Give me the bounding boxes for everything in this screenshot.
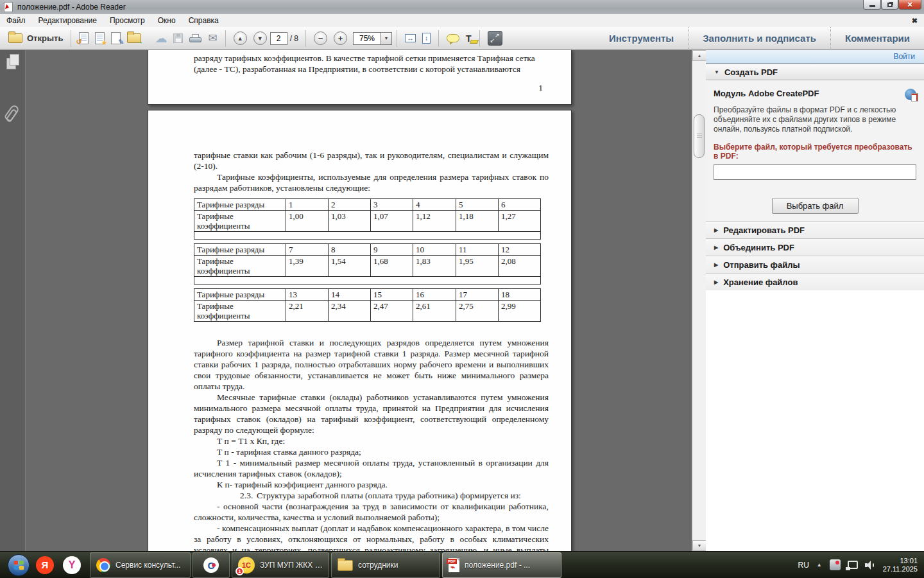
print-button[interactable] (186, 29, 205, 48)
empty-row (194, 277, 541, 285)
start-button[interactable] (8, 554, 30, 576)
cloud-upload-button[interactable]: ☁ (151, 29, 170, 48)
createpdf-globe-icon (905, 89, 916, 100)
clock[interactable]: 13:01 27.11.2025 (883, 557, 918, 574)
network-icon[interactable] (848, 561, 858, 569)
folder-icon (338, 560, 353, 571)
taskbar-button-chrome[interactable]: Сервис консульт... (90, 552, 191, 578)
page-total-label: / 8 (290, 34, 298, 43)
toolbar-separator (397, 30, 397, 47)
pdf-page-1: разряду тарифных коэффициентов. В качест… (148, 50, 572, 105)
menu-window[interactable]: Окно (151, 14, 182, 27)
coeff-cell: 2,75 (456, 301, 499, 322)
email-button[interactable]: ✉ (205, 29, 220, 48)
item-text: Структура заработной платы (оплата труда… (257, 491, 521, 500)
expand-triangle-icon: ▶ (714, 279, 718, 285)
antivirus-tray-icon[interactable] (830, 559, 841, 570)
grade-cell: 4 (413, 199, 456, 211)
section-combine-pdf[interactable]: ▶ Объединить PDF (706, 238, 924, 256)
expand-triangle-icon: ▶ (714, 245, 718, 250)
tab-tools[interactable]: Инструменты (595, 27, 688, 50)
choose-file-button[interactable]: Выбрать файл (772, 198, 859, 214)
taskbar-button-consultant[interactable]: C (193, 552, 230, 578)
section-create-pdf[interactable]: ▼ Создать PDF (706, 64, 924, 80)
attachments-paperclip-icon[interactable] (4, 104, 21, 123)
fit-page-button[interactable]: ↕ (419, 29, 434, 48)
section-store-files[interactable]: ▶ Хранение файлов (706, 273, 924, 290)
fit-width-button[interactable]: ↔ (402, 29, 419, 48)
taskbar-button-label: положение.pdf - ... (465, 561, 530, 570)
language-indicator[interactable]: RU (798, 561, 809, 570)
zoom-dropdown-button[interactable]: ▼ (381, 32, 392, 45)
coeff-cell: 1,95 (456, 256, 499, 277)
empty-row (194, 232, 541, 240)
coeff-cell: 1,83 (413, 256, 456, 277)
coeff-cell: 1,68 (371, 256, 413, 277)
scrollbar-thumb[interactable] (694, 114, 705, 158)
section-edit-pdf[interactable]: ▶ Редактировать PDF (706, 221, 924, 238)
sign-in-link[interactable]: Войти (893, 52, 915, 61)
page1-number: 1 (194, 82, 543, 93)
bullet-paragraph: - основной части (вознаграждения за труд… (194, 501, 549, 523)
zoom-level-input[interactable] (353, 32, 381, 45)
scroll-up-button[interactable]: ▲ (692, 50, 706, 61)
export-folder-button[interactable]: → (124, 29, 151, 48)
minimize-button[interactable] (863, 0, 881, 10)
panel-empty-area (706, 290, 924, 551)
next-page-button[interactable]: ▼ (250, 29, 270, 48)
open-button[interactable]: Открыть (5, 29, 66, 48)
scroll-up-icon: ▲ (697, 53, 702, 58)
section-send-files[interactable]: ▶ Отправить файлы (706, 256, 924, 273)
tab-fill-sign[interactable]: Заполнить и подписать (688, 27, 830, 50)
taskbar-button-folder[interactable]: сотрудники (331, 552, 440, 578)
window-controls: ✕ (863, 0, 921, 14)
chrome-icon (96, 558, 110, 572)
document-viewport[interactable]: разряду тарифных коэффициентов. В качест… (26, 50, 692, 551)
fullscreen-button[interactable]: ↗↙ (484, 29, 506, 48)
page-number-input[interactable] (270, 32, 287, 45)
scroll-down-button[interactable]: ▼ (692, 540, 706, 551)
comment-button[interactable] (443, 29, 463, 48)
highlight-text-button[interactable]: T (463, 29, 475, 48)
yandex-icon[interactable]: Я (36, 556, 54, 574)
volume-icon[interactable] (865, 561, 875, 570)
menu-help[interactable]: Справка (182, 14, 225, 27)
sign-document-button[interactable]: ✎ (108, 29, 124, 48)
taskbar-button-label: Сервис консульт... (116, 561, 180, 570)
cloud-upload-icon: ☁ (155, 32, 167, 44)
grade-cell: 8 (329, 244, 371, 256)
menu-file[interactable]: Файл (0, 14, 32, 27)
row-label: Тарифные коэффициенты (194, 211, 286, 232)
grade-cell: 9 (371, 244, 413, 256)
previous-page-button[interactable]: ▲ (230, 29, 250, 48)
zoom-in-button[interactable]: + (330, 29, 350, 48)
open-button-label: Открыть (27, 33, 63, 43)
toolbar-right-tabs: Инструменты Заполнить и подписать Коммен… (595, 27, 924, 50)
file-path-input[interactable] (714, 164, 916, 180)
zoom-out-button[interactable]: − (311, 29, 330, 48)
show-hidden-icons[interactable]: ▲ (817, 562, 822, 568)
taskbar-button-1c[interactable]: 1С 1 ЗУП МУП ЖКХ К... (232, 552, 329, 578)
menu-view[interactable]: Просмотр (103, 14, 151, 27)
vertical-scrollbar[interactable]: ▲ ▼ (692, 50, 706, 551)
taskbar-button-pdf-active[interactable]: PDF⌁ положение.pdf - ... (442, 552, 561, 578)
1c-icon: 1С 1 (238, 557, 255, 574)
menu-edit[interactable]: Редактирование (32, 14, 103, 27)
share-document-button[interactable]: ↺ (76, 29, 92, 48)
expand-triangle-icon: ▶ (714, 262, 718, 268)
page-thumbnails-icon[interactable] (6, 58, 16, 69)
file-prompt-label: Выберите файл, который требуется преобра… (714, 143, 916, 161)
section-edit-pdf-label: Редактировать PDF (723, 225, 805, 235)
grade-cell: 18 (499, 289, 541, 301)
toolbar-separator (71, 30, 71, 47)
yandex-browser-icon[interactable]: Y (63, 556, 81, 574)
close-document-icon[interactable]: ✖ (912, 17, 918, 25)
grade-cell: 16 (413, 289, 456, 301)
save-button[interactable] (170, 29, 186, 48)
restore-button[interactable] (881, 0, 898, 10)
create-pdf-panel-body: Модуль Adobe CreatePDF Преобразуйте файл… (706, 80, 924, 221)
create-pdf-button[interactable]: ★ (92, 29, 108, 48)
tab-comments[interactable]: Комментарии (830, 27, 924, 50)
coeff-cell: 1,54 (329, 256, 371, 277)
close-button[interactable]: ✕ (898, 0, 921, 10)
